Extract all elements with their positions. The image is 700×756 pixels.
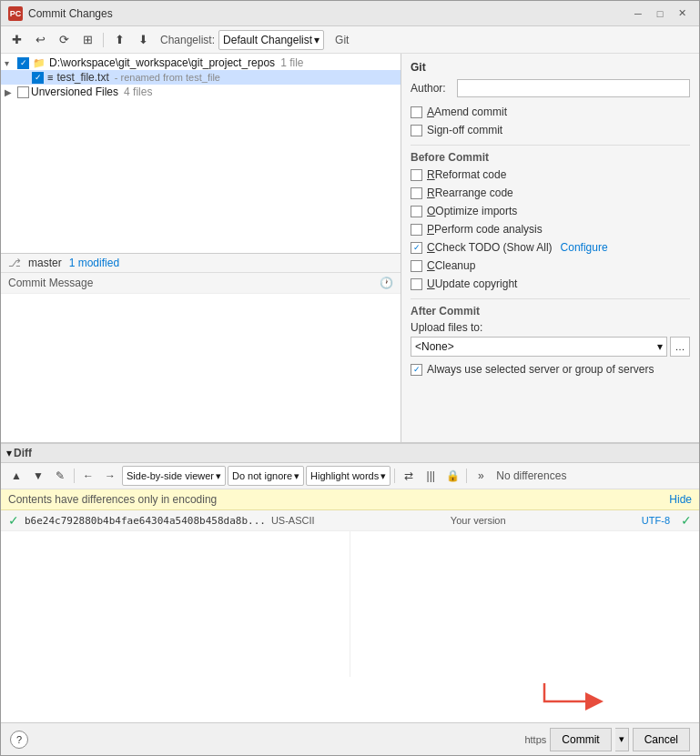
rearrange-label: RRearrange code — [427, 186, 513, 199]
refresh-button[interactable]: ⟳ — [54, 30, 74, 50]
bottom-bar: ? https Commit ▾ Cancel — [1, 722, 699, 755]
commit-message-header: Commit Message 🕐 — [1, 273, 401, 294]
list-item[interactable]: ▾ ✓ 📁 D:\workspace\git_workspace\git_pro… — [1, 55, 401, 70]
undo-button[interactable]: ↩ — [30, 30, 50, 50]
right-panel: Git Author: AAmend commit Sign-off commi… — [401, 54, 699, 442]
signoff-label: Sign-off commit — [427, 124, 502, 136]
diff-toolbar: ▲ ▼ ✎ ← → Side-by-side viewer ▾ Do not i… — [1, 463, 699, 489]
diff-lock-button[interactable]: 🔒 — [442, 466, 462, 486]
file-status-label: - renamed from test_file — [115, 72, 220, 83]
diff-left-check-icon: ✓ — [8, 513, 19, 528]
modified-badge[interactable]: 1 modified — [69, 257, 119, 269]
git-panel-label: Git — [411, 61, 690, 74]
move-down-button[interactable]: ⬇ — [133, 30, 153, 50]
diff-prev-button[interactable]: ← — [78, 466, 98, 486]
window-controls: ─ □ ✕ — [628, 5, 692, 22]
title-bar-left: PC Commit Changes — [8, 6, 113, 21]
commit-message-input[interactable] — [1, 294, 401, 442]
diff-up-button[interactable]: ▲ — [6, 466, 26, 486]
perform-row: PPerform code analysis — [411, 222, 690, 237]
maximize-button[interactable]: □ — [650, 5, 670, 22]
always-use-checkbox[interactable]: ✓ — [411, 364, 422, 376]
viewer-arrow-icon: ▾ — [216, 470, 221, 482]
amend-commit-label: AAmend commit — [427, 106, 507, 118]
group-button[interactable]: ⊞ — [77, 30, 97, 50]
author-input[interactable] — [457, 79, 690, 97]
cancel-button[interactable]: Cancel — [633, 728, 690, 751]
upload-more-button[interactable]: … — [670, 337, 690, 357]
folder-icon: 📁 — [33, 57, 46, 69]
perform-label: PPerform code analysis — [427, 223, 543, 236]
highlight-dropdown[interactable]: Highlight words ▾ — [306, 466, 391, 486]
highlight-label: Highlight words — [310, 470, 379, 481]
changelist-value: Default Changelist — [223, 34, 312, 46]
ignore-arrow-icon: ▾ — [294, 470, 299, 482]
root-checkbox[interactable]: ✓ — [17, 57, 29, 69]
upload-dropdown[interactable]: <None> ▾ — [411, 337, 667, 357]
perform-checkbox[interactable] — [411, 224, 422, 236]
collapse-icon: ▾ — [5, 58, 15, 68]
cleanup-checkbox[interactable] — [411, 260, 422, 272]
file-tree[interactable]: ▾ ✓ 📁 D:\workspace\git_workspace\git_pro… — [1, 54, 401, 254]
viewer-dropdown[interactable]: Side-by-side viewer ▾ — [122, 466, 226, 486]
close-button[interactable]: ✕ — [672, 5, 692, 22]
optimize-checkbox[interactable] — [411, 206, 422, 217]
diff-more-button[interactable]: » — [471, 466, 491, 486]
amend-commit-checkbox[interactable] — [411, 106, 422, 118]
list-item[interactable]: ▶ Unversioned Files 4 files — [1, 85, 401, 99]
file-checkbox[interactable]: ✓ — [32, 72, 44, 84]
arrow-area — [1, 677, 699, 722]
optimize-label: OOptimize imports — [427, 205, 517, 217]
cleanup-row: CCleanup — [411, 258, 690, 273]
diff-utf-label: UTF-8 — [642, 515, 670, 526]
changelist-label: Changelist: — [160, 34, 215, 46]
history-icon[interactable]: 🕐 — [380, 277, 393, 289]
upload-row: <None> ▾ … — [411, 337, 690, 357]
configure-link[interactable]: Configure — [561, 241, 608, 254]
diff-sep1 — [74, 469, 75, 483]
update-copyright-label: UUpdate copyright — [427, 277, 517, 290]
file-icon: ≡ — [47, 72, 53, 83]
check-todo-label: CCheck TODO (Show All) — [427, 241, 553, 254]
collapse-diff-icon[interactable]: ▾ — [6, 447, 12, 459]
list-item[interactable]: ✓ ≡ test_file.txt - renamed from test_fi… — [1, 70, 401, 85]
diff-hash-label: b6e24c792880b4b4fae64304a5408b458da8b... — [25, 515, 266, 527]
diff-title: Diff — [14, 447, 32, 459]
main-window: PC Commit Changes ─ □ ✕ ✚ ↩ ⟳ ⊞ ⬆ ⬇ Chan… — [0, 0, 700, 756]
separator1 — [103, 33, 104, 47]
changelist-dropdown[interactable]: Default Changelist ▾ — [218, 30, 324, 50]
minimize-button[interactable]: ─ — [628, 5, 648, 22]
diff-content: Contents have differences only in encodi… — [1, 489, 699, 722]
diff-down-button[interactable]: ▼ — [28, 466, 48, 486]
move-up-button[interactable]: ⬆ — [109, 30, 129, 50]
diff-settings-button[interactable]: ⇄ — [399, 466, 419, 486]
reformat-checkbox[interactable] — [411, 169, 422, 181]
author-field-row: Author: — [411, 79, 690, 97]
encoding-notice-bar: Contents have differences only in encodi… — [1, 489, 699, 510]
reformat-label: RReformat code — [427, 168, 506, 181]
diff-header: ▾ Diff — [1, 444, 699, 463]
add-button[interactable]: ✚ — [6, 30, 26, 50]
diff-next-button[interactable]: → — [100, 466, 120, 486]
toolbar: ✚ ↩ ⟳ ⊞ ⬆ ⬇ Changelist: Default Changeli… — [1, 26, 699, 54]
hide-link[interactable]: Hide — [669, 493, 692, 506]
diff-left-pane[interactable] — [1, 531, 350, 677]
rearrange-checkbox[interactable] — [411, 187, 422, 199]
commit-dropdown-button[interactable]: ▾ — [615, 728, 629, 751]
diff-columns-button[interactable]: ||| — [421, 466, 441, 486]
signoff-checkbox[interactable] — [411, 125, 422, 136]
amend-commit-row: AAmend commit — [411, 105, 690, 119]
help-button[interactable]: ? — [10, 731, 28, 749]
unversioned-checkbox[interactable] — [17, 86, 29, 98]
commit-button[interactable]: Commit — [550, 728, 611, 751]
ignore-dropdown[interactable]: Do not ignore ▾ — [228, 466, 304, 486]
update-copyright-row: UUpdate copyright — [411, 277, 690, 291]
update-copyright-checkbox[interactable] — [411, 278, 422, 290]
diff-right-check-icon: ✓ — [681, 513, 692, 528]
encoding-notice-text: Contents have differences only in encodi… — [8, 493, 217, 506]
diff-right-pane[interactable] — [350, 531, 699, 677]
diff-edit-button[interactable]: ✎ — [50, 466, 70, 486]
check-todo-checkbox[interactable]: ✓ — [411, 242, 422, 254]
viewer-label: Side-by-side viewer — [127, 470, 214, 481]
branch-bar: ⎇ master 1 modified — [1, 254, 401, 273]
